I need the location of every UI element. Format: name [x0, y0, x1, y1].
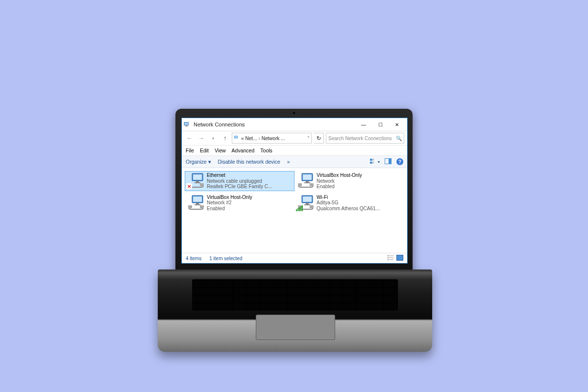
adapters-content: ✕Ethernet Network cable unplugged Realte…: [182, 168, 407, 253]
adapter-description: Realtek PCIe GBE Family C...: [207, 184, 272, 190]
menu-view[interactable]: View: [215, 147, 226, 153]
large-icons-view-icon[interactable]: [396, 255, 403, 262]
svg-rect-2: [186, 125, 187, 126]
svg-rect-38: [388, 255, 389, 256]
svg-rect-7: [373, 159, 374, 159]
recent-dropdown[interactable]: ▾: [208, 133, 218, 143]
laptop-trackpad: [256, 315, 335, 340]
close-button[interactable]: ✕: [389, 118, 405, 131]
svg-rect-28: [196, 203, 199, 204]
adapter-name: VirtualBox Host-Only: [317, 172, 362, 178]
svg-rect-1: [185, 123, 188, 125]
svg-rect-13: [389, 159, 391, 164]
search-input[interactable]: Search Network Connections 🔍: [326, 133, 404, 144]
svg-rect-39: [389, 255, 393, 256]
laptop-screen-frame: Network Connections — ☐ ✕ ← → ▾ ↑ « Net.…: [175, 109, 413, 273]
adapter-name: Wi-Fi: [317, 195, 380, 200]
up-button[interactable]: ↑: [220, 133, 230, 143]
svg-rect-24: [298, 183, 302, 186]
svg-rect-41: [389, 257, 393, 258]
laptop-base: [158, 270, 432, 352]
svg-rect-30: [188, 205, 192, 208]
chevron-right-icon: ›: [258, 136, 260, 141]
signal-strength-icon: [296, 205, 303, 211]
refresh-button[interactable]: ↻: [314, 133, 324, 144]
svg-rect-42: [388, 259, 389, 260]
view-options-button[interactable]: ▾: [370, 158, 380, 165]
adapter-status: Network #2: [207, 200, 252, 206]
back-button[interactable]: ←: [185, 133, 195, 143]
disable-device-button[interactable]: Disable this network device: [218, 159, 280, 165]
svg-rect-5: [235, 136, 238, 138]
svg-rect-25: [310, 183, 314, 186]
menu-file[interactable]: File: [186, 147, 194, 153]
svg-rect-37: [310, 205, 314, 208]
svg-rect-22: [306, 181, 309, 182]
laptop-mockup: Network Connections — ☐ ✕ ← → ▾ ↑ « Net.…: [158, 109, 432, 361]
command-bar: Organize ▾ Disable this network device »…: [182, 156, 407, 168]
svg-rect-44: [397, 255, 403, 261]
item-count: 4 items: [186, 256, 201, 261]
network-adapter-item[interactable]: Wi-Fi Aditya-5G Qualcomm Atheros QCA61..…: [294, 193, 404, 213]
svg-rect-9: [370, 162, 372, 164]
adapter-name: VirtualBox Host-Only: [207, 195, 252, 200]
forward-button[interactable]: →: [196, 133, 206, 143]
svg-rect-43: [389, 259, 393, 260]
svg-rect-34: [306, 203, 309, 204]
chevron-down-icon[interactable]: ˅: [307, 136, 310, 141]
menu-edit[interactable]: Edit: [200, 147, 209, 153]
svg-rect-6: [370, 159, 372, 161]
maximize-button[interactable]: ☐: [372, 118, 389, 131]
svg-rect-17: [195, 182, 200, 183]
search-placeholder: Search Network Connections: [328, 136, 394, 141]
search-icon: 🔍: [396, 136, 402, 141]
menu-bar: File Edit View Advanced Tools: [182, 146, 407, 156]
organize-button[interactable]: Organize ▾: [186, 159, 211, 165]
network-folder-icon: [234, 135, 240, 142]
breadcrumb-segment[interactable]: Network ...: [262, 136, 285, 141]
wifi-adapter-icon: [297, 195, 314, 210]
menu-tools[interactable]: Tools: [260, 147, 272, 153]
adapter-status: Network cable unplugged: [207, 178, 272, 184]
svg-rect-19: [200, 183, 204, 186]
network-adapter-item[interactable]: VirtualBox Host-Only Network Enabled: [294, 171, 404, 191]
adapter-status: Network: [317, 178, 362, 184]
help-icon[interactable]: ?: [396, 158, 403, 165]
svg-rect-16: [196, 181, 199, 182]
svg-rect-21: [303, 174, 312, 180]
adapter-name: Ethernet: [207, 172, 272, 178]
network-adapter-item[interactable]: ✕Ethernet Network cable unplugged Realte…: [185, 171, 294, 191]
svg-rect-40: [388, 257, 389, 258]
ethernet-adapter-icon: [297, 172, 314, 188]
menu-advanced[interactable]: Advanced: [232, 147, 255, 153]
adapter-status: Aditya-5G: [317, 200, 380, 206]
address-bar[interactable]: « Net... › Network ... ˅: [232, 133, 312, 144]
details-view-icon[interactable]: [388, 255, 393, 262]
svg-rect-8: [373, 160, 374, 160]
minimize-button[interactable]: —: [355, 118, 372, 131]
status-bar: 4 items 1 item selected: [182, 253, 407, 263]
breadcrumb-prefix: «: [241, 136, 244, 141]
svg-rect-23: [304, 182, 310, 183]
error-overlay-icon: ✕: [186, 183, 192, 189]
svg-rect-29: [195, 204, 200, 205]
titlebar: Network Connections — ☐ ✕: [182, 118, 407, 131]
ethernet-adapter-icon: [187, 195, 204, 210]
more-commands-button[interactable]: »: [287, 159, 290, 165]
svg-rect-10: [373, 162, 374, 162]
preview-pane-button[interactable]: [385, 158, 392, 166]
svg-rect-15: [193, 174, 202, 180]
breadcrumb-segment[interactable]: Net...: [245, 136, 257, 141]
svg-rect-27: [193, 196, 202, 202]
network-adapter-item[interactable]: VirtualBox Host-Only Network #2 Enabled: [185, 193, 294, 213]
navigation-bar: ← → ▾ ↑ « Net... › Network ... ˅ ↻: [182, 131, 407, 146]
laptop-keyboard: [192, 279, 398, 311]
ethernet-adapter-icon: ✕: [187, 172, 204, 188]
adapter-description: Enabled: [317, 184, 362, 190]
adapter-description: Enabled: [207, 206, 252, 212]
svg-rect-33: [303, 196, 312, 202]
svg-rect-35: [304, 204, 310, 205]
network-connections-icon: [184, 121, 191, 128]
svg-rect-3: [185, 126, 188, 127]
adapter-description: Qualcomm Atheros QCA61...: [317, 206, 380, 212]
